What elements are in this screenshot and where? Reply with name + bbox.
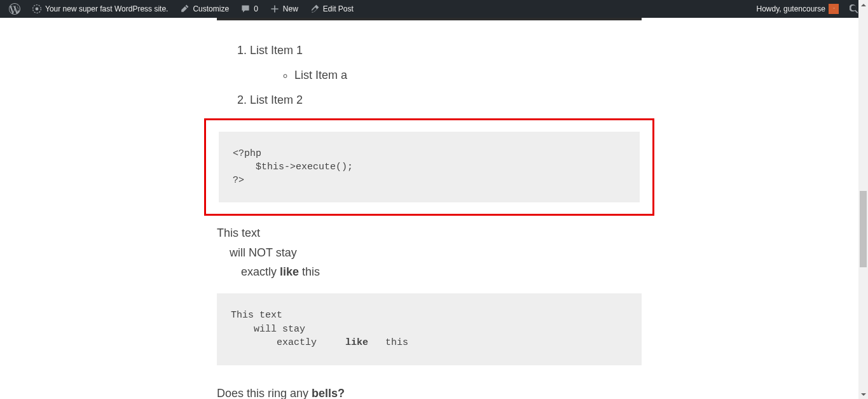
admin-bar-left: Your new super fast WordPress site. Cust… [3,0,359,18]
admin-bar-right: Howdy, gutencourse ᵕ [750,0,865,18]
wordpress-logo-icon [9,3,20,15]
comments-item[interactable]: 0 [235,0,264,18]
paragraph-line: exactly like this [217,262,642,282]
scroll-up-arrow-icon[interactable] [858,0,868,10]
wp-logo-item[interactable] [3,0,26,18]
paragraph-line: will NOT stay [217,243,642,263]
page-content: List Item 1 List Item a List Item 2 <?ph… [0,18,858,399]
wp-admin-bar: Your new super fast WordPress site. Cust… [0,0,868,18]
customize-label: Customize [193,4,229,13]
paragraph-bells: Does this ring any bells? [217,387,642,399]
howdy-text: Howdy, gutencourse [756,4,825,13]
edit-post-item[interactable]: Edit Post [304,0,359,18]
post-body: List Item 1 List Item a List Item 2 <?ph… [217,18,642,399]
plus-icon [270,4,280,14]
paragraph-line: This text [217,223,642,243]
site-name-label: Your new super fast WordPress site. [45,4,168,13]
new-item[interactable]: New [264,0,304,18]
list-item: List Item 2 [250,92,642,109]
pencil-icon [310,4,320,14]
list-item: List Item 1 List Item a [250,42,642,84]
edit-post-label: Edit Post [323,4,354,13]
comments-count: 0 [254,4,258,13]
list-item: List Item a [294,67,642,84]
separator-image-strip [217,18,642,20]
svg-point-1 [36,8,39,11]
preformatted-block: This text will stay exactly like this [217,293,642,365]
account-item[interactable]: Howdy, gutencourse ᵕ [750,0,844,18]
code-block: <?php $this->execute(); ?> [219,132,640,202]
highlighted-code-region: <?php $this->execute(); ?> [204,118,654,216]
site-name-item[interactable]: Your new super fast WordPress site. [26,0,174,18]
customize-item[interactable]: Customize [174,0,235,18]
avatar: ᵕ [829,4,839,14]
brush-icon [179,4,189,14]
scrollbar-thumb[interactable] [860,191,867,267]
scroll-down-arrow-icon[interactable] [858,389,868,399]
comment-icon [240,4,251,14]
dashboard-icon [32,4,42,14]
paragraph-block: This text will NOT stay exactly like thi… [217,223,642,282]
vertical-scrollbar[interactable] [858,0,868,399]
new-label: New [283,4,298,13]
ordered-list-block: List Item 1 List Item a List Item 2 [217,42,642,109]
